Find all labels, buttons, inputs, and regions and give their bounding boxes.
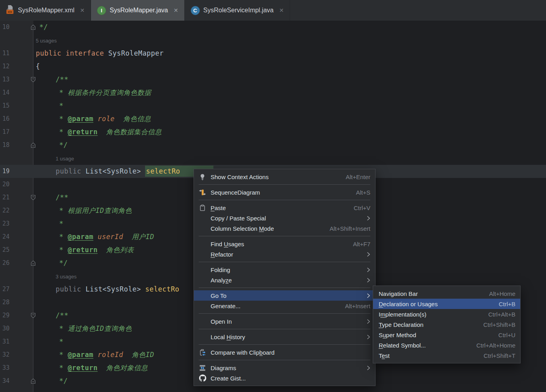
- submenu-chevron-icon: [367, 252, 370, 257]
- tab-sysrolemapper-xml[interactable]: <>SysRoleMapper.xml✕: [0, 0, 91, 21]
- menu-item-column-selection-mode[interactable]: Column Selection ModeAlt+Shift+Insert: [194, 223, 375, 234]
- fold-end-icon[interactable]: [30, 24, 37, 31]
- code-text: 角色对象信息: [98, 364, 148, 372]
- fold-end-icon[interactable]: [30, 142, 37, 149]
- menu-item-label: Declaration or Usages: [379, 301, 438, 307]
- code-text: [93, 233, 98, 241]
- fold-start-icon[interactable]: [30, 76, 37, 83]
- code-line-14[interactable]: 14* 根据条件分页查询角色数据: [0, 86, 546, 99]
- line-number: 27: [2, 283, 10, 296]
- menu-item-create-gist[interactable]: Create Gist...: [194, 373, 375, 383]
- menu-item-compare-with-clipboard[interactable]: Compare with Clipboard: [194, 347, 375, 357]
- tab-sysrolemapper-java[interactable]: ISysRoleMapper.java✕: [91, 0, 184, 21]
- menu-separator: [199, 288, 370, 288]
- tab-label: SysRoleMapper.java: [110, 7, 168, 14]
- menu-shortcut: Alt+Insert: [345, 303, 370, 309]
- submenu-item-test[interactable]: TestCtrl+Shift+T: [373, 350, 520, 361]
- inlay-hint-row[interactable]: 5 usages: [0, 34, 546, 47]
- usages-inlay-hint[interactable]: 3 usages: [56, 274, 77, 280]
- sequence-diagram-icon: [199, 189, 211, 196]
- line-number: 23: [2, 217, 10, 230]
- menu-item-local-history[interactable]: Local History: [194, 332, 375, 342]
- submenu-item-declaration-or-usages[interactable]: Declaration or UsagesCtrl+B: [373, 299, 520, 309]
- code-text: /**: [56, 193, 68, 201]
- menu-item-refactor[interactable]: Refactor: [194, 249, 375, 259]
- code-line-17[interactable]: 17* @return 角色数据集合信息: [0, 126, 546, 139]
- code-text: {: [36, 62, 40, 70]
- code-line-13[interactable]: 13/**: [0, 73, 546, 86]
- github-icon: [199, 375, 211, 382]
- line-number: 12: [2, 60, 10, 73]
- code-text: *: [59, 220, 64, 228]
- line-number: 10: [2, 21, 10, 34]
- code-text: 角色ID: [123, 351, 154, 359]
- class-icon: C: [191, 6, 200, 15]
- menu-item-sequencediagram[interactable]: SequenceDiagramAlt+S: [194, 187, 375, 197]
- menu-item-go-to[interactable]: Go To: [194, 290, 375, 301]
- menu-item-find-usages[interactable]: Find UsagesAlt+F7: [194, 239, 375, 249]
- tab-sysroleserviceimpl-java[interactable]: CSysRoleServiceImpl.java✕: [185, 0, 290, 21]
- menu-item-open-in[interactable]: Open In: [194, 316, 375, 326]
- diagrams-icon: [199, 364, 211, 371]
- submenu-chevron-icon: [367, 334, 370, 340]
- code-line-10[interactable]: 10*/: [0, 21, 546, 34]
- submenu-item-type-declaration[interactable]: Type DeclarationCtrl+Shift+B: [373, 319, 520, 330]
- code-text: *: [59, 338, 64, 346]
- code-line-12[interactable]: 12{: [0, 60, 546, 73]
- code-text: */: [39, 23, 48, 31]
- ide-window: <>SysRoleMapper.xml✕ISysRoleMapper.java✕…: [0, 0, 546, 392]
- menu-icon-empty: [199, 225, 211, 232]
- menu-separator: [199, 360, 370, 360]
- fold-end-icon[interactable]: [30, 260, 37, 266]
- usages-inlay-hint[interactable]: 5 usages: [36, 38, 57, 44]
- submenu-item-super-method[interactable]: Super MethodCtrl+U: [373, 330, 520, 340]
- fold-end-icon[interactable]: [30, 378, 37, 384]
- menu-item-folding[interactable]: Folding: [194, 265, 375, 275]
- line-number: 17: [2, 126, 10, 139]
- submenu-item-navigation-bar[interactable]: Navigation BarAlt+Home: [373, 288, 520, 299]
- menu-item-label: Show Context Actions: [211, 174, 269, 180]
- menu-item-diagrams[interactable]: Diagrams: [194, 363, 375, 373]
- menu-item-copy-paste-special[interactable]: Copy / Paste Special: [194, 213, 375, 223]
- menu-icon-empty: [199, 240, 211, 247]
- code-text: 角色信息: [115, 115, 151, 123]
- editor-context-menu: Show Context ActionsAlt+EnterSequenceDia…: [194, 169, 376, 386]
- close-icon[interactable]: ✕: [174, 7, 178, 14]
- submenu-chevron-icon: [367, 267, 370, 272]
- code-line-15[interactable]: 15*: [0, 99, 546, 112]
- go-to-submenu: Navigation BarAlt+HomeDeclaration or Usa…: [373, 286, 521, 363]
- line-number: 20: [2, 178, 10, 191]
- line-number: 21: [2, 191, 10, 204]
- close-icon[interactable]: ✕: [80, 7, 85, 14]
- menu-item-label: Local History: [211, 334, 245, 340]
- fold-start-icon[interactable]: [30, 312, 37, 319]
- menu-item-label: Analyze: [211, 277, 232, 284]
- code-text: selectRo: [145, 285, 179, 293]
- fold-start-icon[interactable]: [30, 194, 37, 201]
- menu-separator: [199, 329, 370, 329]
- menu-item-paste[interactable]: PasteCtrl+V: [194, 203, 375, 213]
- code-line-18[interactable]: 18*/: [0, 139, 546, 152]
- close-icon[interactable]: ✕: [279, 7, 284, 14]
- menu-item-label: SequenceDiagram: [211, 189, 260, 196]
- submenu-item-related-symbol[interactable]: Related Symbol...Ctrl+Alt+Home: [373, 340, 520, 350]
- svg-text:<>: <>: [8, 9, 12, 14]
- code-line-16[interactable]: 16* @param role 角色信息: [0, 112, 546, 126]
- menu-item-analyze[interactable]: Analyze: [194, 275, 375, 285]
- menu-icon-empty: [199, 302, 211, 309]
- line-number: 19: [2, 165, 10, 178]
- usages-inlay-hint[interactable]: 1 usage: [56, 156, 74, 162]
- menu-item-generate[interactable]: Generate...Alt+Insert: [194, 301, 375, 311]
- inlay-hint-row[interactable]: 1 usage: [0, 152, 546, 165]
- menu-shortcut: Ctrl+Shift+T: [484, 352, 515, 359]
- tab-label: SysRoleServiceImpl.java: [203, 7, 274, 14]
- line-number: 34: [2, 375, 10, 388]
- submenu-item-implementation-s[interactable]: Implementation(s)Ctrl+Alt+B: [373, 309, 520, 319]
- code-line-11[interactable]: 11public interface SysRoleMapper: [0, 47, 546, 60]
- line-number: 26: [2, 257, 10, 270]
- submenu-chevron-icon: [367, 216, 370, 221]
- line-number: 14: [2, 86, 10, 99]
- code-text: 用户ID: [123, 233, 154, 241]
- menu-item-show-context-actions[interactable]: Show Context ActionsAlt+Enter: [194, 172, 375, 182]
- line-number: 22: [2, 204, 10, 217]
